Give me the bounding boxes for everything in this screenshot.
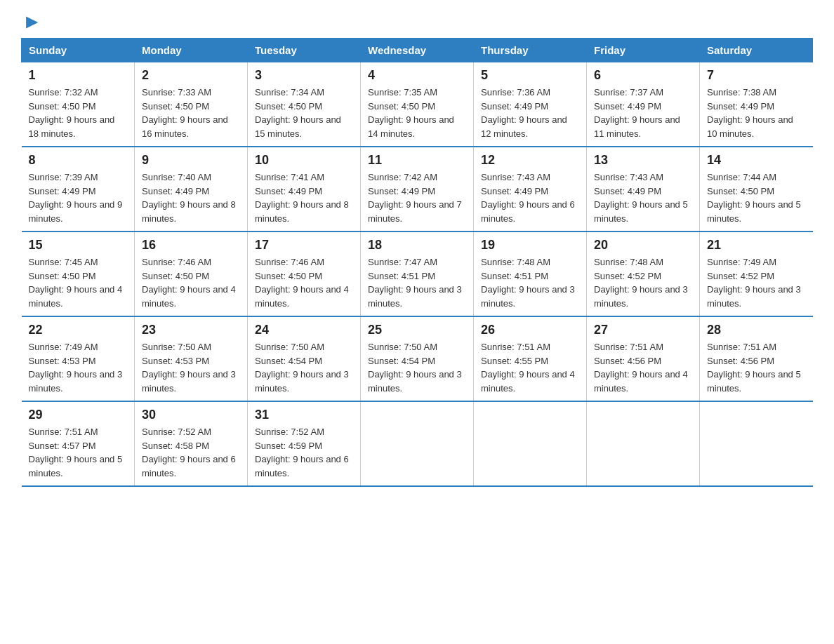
day-number: 29 xyxy=(29,408,128,422)
day-info: Sunrise: 7:51 AMSunset: 4:55 PMDaylight:… xyxy=(481,342,575,394)
day-cell: 11 Sunrise: 7:42 AMSunset: 4:49 PMDaylig… xyxy=(361,147,474,232)
day-info: Sunrise: 7:39 AMSunset: 4:49 PMDaylight:… xyxy=(29,172,123,224)
day-cell: 15 Sunrise: 7:45 AMSunset: 4:50 PMDaylig… xyxy=(22,232,135,316)
day-cell xyxy=(700,401,813,486)
day-info: Sunrise: 7:44 AMSunset: 4:50 PMDaylight:… xyxy=(707,172,801,224)
logo-flag-icon xyxy=(22,14,39,31)
day-info: Sunrise: 7:49 AMSunset: 4:52 PMDaylight:… xyxy=(707,257,801,309)
day-cell: 30 Sunrise: 7:52 AMSunset: 4:58 PMDaylig… xyxy=(135,401,248,486)
day-number: 27 xyxy=(594,323,692,337)
day-number: 31 xyxy=(255,408,353,422)
day-info: Sunrise: 7:51 AMSunset: 4:57 PMDaylight:… xyxy=(29,427,123,478)
day-number: 20 xyxy=(594,238,692,253)
day-info: Sunrise: 7:40 AMSunset: 4:49 PMDaylight:… xyxy=(142,172,236,224)
day-cell: 4 Sunrise: 7:35 AMSunset: 4:50 PMDayligh… xyxy=(361,62,474,147)
day-cell: 26 Sunrise: 7:51 AMSunset: 4:55 PMDaylig… xyxy=(474,316,587,401)
day-cell: 9 Sunrise: 7:40 AMSunset: 4:49 PMDayligh… xyxy=(135,147,248,232)
day-cell: 16 Sunrise: 7:46 AMSunset: 4:50 PMDaylig… xyxy=(135,232,248,316)
day-info: Sunrise: 7:50 AMSunset: 4:54 PMDaylight:… xyxy=(368,342,462,394)
day-number: 16 xyxy=(142,238,240,253)
day-number: 5 xyxy=(481,68,579,83)
day-cell: 3 Sunrise: 7:34 AMSunset: 4:50 PMDayligh… xyxy=(248,62,361,147)
day-cell xyxy=(474,401,587,486)
week-row-2: 8 Sunrise: 7:39 AMSunset: 4:49 PMDayligh… xyxy=(22,147,813,232)
day-number: 22 xyxy=(29,323,128,337)
day-info: Sunrise: 7:45 AMSunset: 4:50 PMDaylight:… xyxy=(29,257,123,309)
day-number: 28 xyxy=(707,323,806,337)
header-cell-tuesday: Tuesday xyxy=(248,39,361,62)
day-info: Sunrise: 7:48 AMSunset: 4:52 PMDaylight:… xyxy=(594,257,688,309)
week-row-1: 1 Sunrise: 7:32 AMSunset: 4:50 PMDayligh… xyxy=(22,62,813,147)
day-cell: 17 Sunrise: 7:46 AMSunset: 4:50 PMDaylig… xyxy=(248,232,361,316)
day-number: 2 xyxy=(142,68,240,83)
page-header xyxy=(21,14,813,27)
header-row: SundayMondayTuesdayWednesdayThursdayFrid… xyxy=(22,39,813,62)
day-cell: 7 Sunrise: 7:38 AMSunset: 4:49 PMDayligh… xyxy=(700,62,813,147)
day-number: 14 xyxy=(707,153,806,168)
header-cell-friday: Friday xyxy=(587,39,700,62)
header-cell-thursday: Thursday xyxy=(474,39,587,62)
day-cell: 8 Sunrise: 7:39 AMSunset: 4:49 PMDayligh… xyxy=(22,147,135,232)
day-cell: 27 Sunrise: 7:51 AMSunset: 4:56 PMDaylig… xyxy=(587,316,700,401)
day-info: Sunrise: 7:47 AMSunset: 4:51 PMDaylight:… xyxy=(368,257,462,309)
day-info: Sunrise: 7:35 AMSunset: 4:50 PMDaylight:… xyxy=(368,87,454,139)
day-info: Sunrise: 7:51 AMSunset: 4:56 PMDaylight:… xyxy=(707,342,801,394)
day-number: 23 xyxy=(142,323,240,337)
day-number: 25 xyxy=(368,323,466,337)
header-cell-monday: Monday xyxy=(135,39,248,62)
day-cell: 10 Sunrise: 7:41 AMSunset: 4:49 PMDaylig… xyxy=(248,147,361,232)
day-info: Sunrise: 7:41 AMSunset: 4:49 PMDaylight:… xyxy=(255,172,349,224)
day-info: Sunrise: 7:49 AMSunset: 4:53 PMDaylight:… xyxy=(29,342,123,394)
day-info: Sunrise: 7:48 AMSunset: 4:51 PMDaylight:… xyxy=(481,257,575,309)
day-cell xyxy=(361,401,474,486)
calendar-header: SundayMondayTuesdayWednesdayThursdayFrid… xyxy=(22,39,813,62)
day-number: 17 xyxy=(255,238,353,253)
svg-marker-0 xyxy=(26,16,38,28)
day-cell: 12 Sunrise: 7:43 AMSunset: 4:49 PMDaylig… xyxy=(474,147,587,232)
day-cell: 29 Sunrise: 7:51 AMSunset: 4:57 PMDaylig… xyxy=(22,401,135,486)
day-cell: 6 Sunrise: 7:37 AMSunset: 4:49 PMDayligh… xyxy=(587,62,700,147)
day-info: Sunrise: 7:46 AMSunset: 4:50 PMDaylight:… xyxy=(255,257,349,309)
week-row-4: 22 Sunrise: 7:49 AMSunset: 4:53 PMDaylig… xyxy=(22,316,813,401)
day-info: Sunrise: 7:37 AMSunset: 4:49 PMDaylight:… xyxy=(594,87,680,139)
day-info: Sunrise: 7:43 AMSunset: 4:49 PMDaylight:… xyxy=(481,172,575,224)
day-cell: 28 Sunrise: 7:51 AMSunset: 4:56 PMDaylig… xyxy=(700,316,813,401)
day-number: 19 xyxy=(481,238,579,253)
day-number: 18 xyxy=(368,238,466,253)
day-info: Sunrise: 7:43 AMSunset: 4:49 PMDaylight:… xyxy=(594,172,688,224)
day-cell: 14 Sunrise: 7:44 AMSunset: 4:50 PMDaylig… xyxy=(700,147,813,232)
day-number: 30 xyxy=(142,408,240,422)
day-cell: 18 Sunrise: 7:47 AMSunset: 4:51 PMDaylig… xyxy=(361,232,474,316)
day-info: Sunrise: 7:52 AMSunset: 4:59 PMDaylight:… xyxy=(255,427,349,478)
day-cell: 24 Sunrise: 7:50 AMSunset: 4:54 PMDaylig… xyxy=(248,316,361,401)
week-row-3: 15 Sunrise: 7:45 AMSunset: 4:50 PMDaylig… xyxy=(22,232,813,316)
day-info: Sunrise: 7:34 AMSunset: 4:50 PMDaylight:… xyxy=(255,87,341,139)
day-number: 15 xyxy=(29,238,128,253)
day-cell: 2 Sunrise: 7:33 AMSunset: 4:50 PMDayligh… xyxy=(135,62,248,147)
day-number: 24 xyxy=(255,323,353,337)
day-cell: 20 Sunrise: 7:48 AMSunset: 4:52 PMDaylig… xyxy=(587,232,700,316)
day-number: 7 xyxy=(707,68,806,83)
day-cell: 23 Sunrise: 7:50 AMSunset: 4:53 PMDaylig… xyxy=(135,316,248,401)
day-info: Sunrise: 7:50 AMSunset: 4:54 PMDaylight:… xyxy=(255,342,349,394)
day-number: 8 xyxy=(29,153,128,168)
day-number: 3 xyxy=(255,68,353,83)
day-cell: 22 Sunrise: 7:49 AMSunset: 4:53 PMDaylig… xyxy=(22,316,135,401)
day-cell: 13 Sunrise: 7:43 AMSunset: 4:49 PMDaylig… xyxy=(587,147,700,232)
day-number: 12 xyxy=(481,153,579,168)
day-number: 6 xyxy=(594,68,692,83)
day-number: 11 xyxy=(368,153,466,168)
day-info: Sunrise: 7:33 AMSunset: 4:50 PMDaylight:… xyxy=(142,87,228,139)
week-row-5: 29 Sunrise: 7:51 AMSunset: 4:57 PMDaylig… xyxy=(22,401,813,486)
calendar-body: 1 Sunrise: 7:32 AMSunset: 4:50 PMDayligh… xyxy=(22,62,813,487)
day-info: Sunrise: 7:36 AMSunset: 4:49 PMDaylight:… xyxy=(481,87,567,139)
day-cell: 1 Sunrise: 7:32 AMSunset: 4:50 PMDayligh… xyxy=(22,62,135,147)
day-cell: 25 Sunrise: 7:50 AMSunset: 4:54 PMDaylig… xyxy=(361,316,474,401)
day-cell: 31 Sunrise: 7:52 AMSunset: 4:59 PMDaylig… xyxy=(248,401,361,486)
day-cell xyxy=(587,401,700,486)
day-info: Sunrise: 7:42 AMSunset: 4:49 PMDaylight:… xyxy=(368,172,462,224)
calendar-table: SundayMondayTuesdayWednesdayThursdayFrid… xyxy=(21,38,813,487)
day-info: Sunrise: 7:38 AMSunset: 4:49 PMDaylight:… xyxy=(707,87,793,139)
day-cell: 5 Sunrise: 7:36 AMSunset: 4:49 PMDayligh… xyxy=(474,62,587,147)
day-cell: 21 Sunrise: 7:49 AMSunset: 4:52 PMDaylig… xyxy=(700,232,813,316)
